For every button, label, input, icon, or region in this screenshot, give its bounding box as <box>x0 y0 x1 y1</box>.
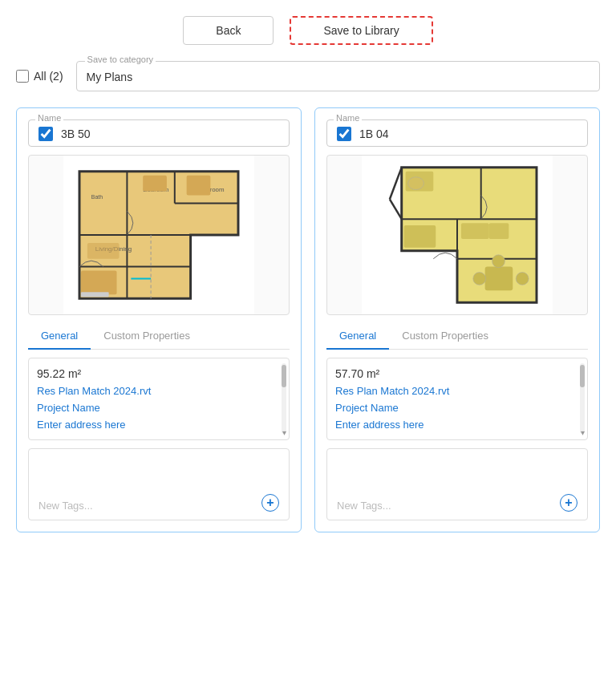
card-2-tags-placeholder: New Tags... <box>337 500 391 512</box>
card-1-tags-field[interactable]: New Tags... + <box>28 448 290 520</box>
top-bar: Back Save to Library <box>16 16 600 45</box>
svg-rect-15 <box>87 243 120 259</box>
all-checkbox[interactable] <box>16 70 29 83</box>
card-2-tab-custom-properties[interactable]: Custom Properties <box>389 323 501 350</box>
card-1-tab-custom-properties[interactable]: Custom Properties <box>91 323 203 350</box>
svg-rect-30 <box>485 267 513 291</box>
svg-rect-34 <box>404 225 436 248</box>
category-field[interactable]: Save to category My Plans <box>76 61 600 91</box>
card-1-name-label: Name <box>35 113 63 123</box>
card-1-address: Enter address here <box>37 416 274 433</box>
card-2-info-panel: 57.70 m² Res Plan Match 2024.rvt Project… <box>326 358 588 440</box>
svg-point-33 <box>492 255 505 268</box>
cards-container: Name 3B 50 Bedroom Bedroom <box>16 107 600 532</box>
card-1-area: 95.22 m² <box>37 365 274 383</box>
svg-point-31 <box>473 273 486 285</box>
save-to-library-button[interactable]: Save to Library <box>290 16 432 45</box>
all-checkbox-wrap: All (2) <box>16 70 63 83</box>
card-2-add-tag-button[interactable]: + <box>560 494 578 512</box>
category-field-label: Save to category <box>85 55 156 64</box>
card-1-info-panel: 95.22 m² Res Plan Match 2024.rvt Project… <box>28 358 290 440</box>
svg-rect-13 <box>187 176 211 196</box>
card-1-name-field: Name 3B 50 <box>28 119 290 147</box>
svg-point-27 <box>408 177 424 190</box>
card-2-tabs: General Custom Properties <box>326 323 588 350</box>
card-1-name-value: 3B 50 <box>61 128 91 140</box>
card-2-file: Res Plan Match 2024.rvt <box>335 383 573 399</box>
svg-rect-16 <box>81 271 117 295</box>
card-1-project-name: Project Name <box>37 399 274 416</box>
card-1-tags-placeholder: New Tags... <box>38 500 93 512</box>
card-2-name-field: Name 1B 04 <box>326 119 588 147</box>
card-1-checkbox[interactable] <box>38 127 53 141</box>
card-2-checkbox[interactable] <box>337 127 351 141</box>
card-2-address: Enter address here <box>335 416 573 433</box>
card-2-floor-plan <box>326 155 588 315</box>
svg-rect-29 <box>489 223 509 239</box>
svg-text:Bath: Bath <box>91 194 103 200</box>
card-2-name-label: Name <box>334 113 362 123</box>
category-row: All (2) Save to category My Plans <box>16 61 600 91</box>
svg-rect-19 <box>81 292 109 297</box>
card-2: Name 1B 04 <box>314 107 600 532</box>
svg-rect-28 <box>461 223 489 239</box>
card-2-scroll-arrow-down[interactable]: ▾ <box>580 428 585 437</box>
back-button[interactable]: Back <box>183 16 274 45</box>
svg-point-32 <box>516 273 529 285</box>
category-field-value: My Plans <box>87 71 133 83</box>
card-1-file: Res Plan Match 2024.rvt <box>37 383 274 399</box>
svg-rect-14 <box>143 176 167 192</box>
card-1-tabs: General Custom Properties <box>28 323 290 350</box>
card-2-project-name: Project Name <box>335 399 573 416</box>
card-2-name-value: 1B 04 <box>359 128 389 140</box>
card-1-tab-general[interactable]: General <box>28 323 91 350</box>
card-1-scroll-arrow-down[interactable]: ▾ <box>282 428 286 437</box>
card-1-add-tag-button[interactable]: + <box>261 494 279 512</box>
card-1: Name 3B 50 Bedroom Bedroom <box>16 107 302 532</box>
card-2-area: 57.70 m² <box>335 365 573 383</box>
card-1-floor-plan: Bedroom Bedroom Bath Living/Dining Bedro… <box>28 155 290 315</box>
all-label: All (2) <box>34 70 63 83</box>
card-2-tab-general[interactable]: General <box>326 323 389 350</box>
card-2-tags-field[interactable]: New Tags... + <box>326 448 588 520</box>
